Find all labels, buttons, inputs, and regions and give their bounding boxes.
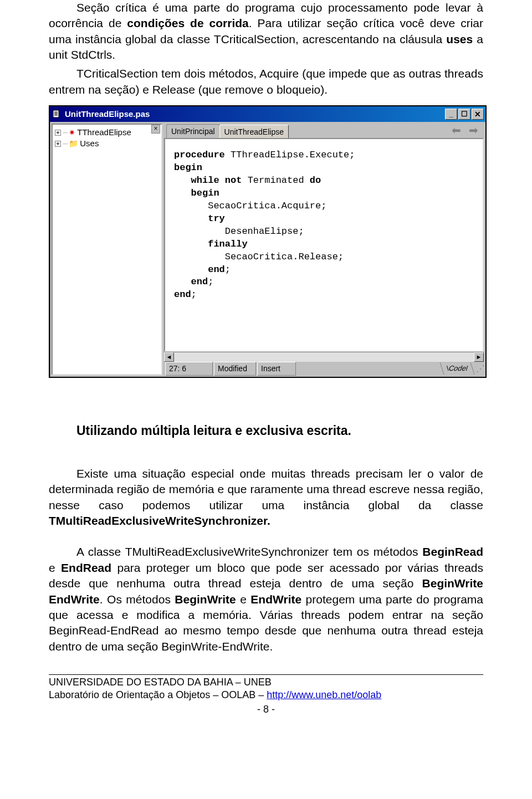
- ide-body: × + ···· ✷ TThreadElipse + ···· 📁 Uses U…: [50, 122, 485, 377]
- kw: begin: [174, 162, 202, 173]
- scrollbar-horizontal[interactable]: ◄ ►: [164, 352, 484, 362]
- scroll-left-button[interactable]: ◄: [164, 352, 174, 362]
- paragraph-1: Seção crítica é uma parte do programa cu…: [49, 0, 483, 63]
- resize-grip-icon[interactable]: ⋰: [476, 363, 483, 375]
- tree-connector: ····: [63, 129, 67, 137]
- kw: finally: [174, 239, 248, 249]
- code-text: SecaoCritica.Acquire;: [174, 201, 326, 211]
- code-text: TThreadElipse.Execute;: [225, 150, 355, 160]
- expand-icon[interactable]: +: [55, 141, 61, 147]
- code-editor[interactable]: procedure TThreadElipse.Execute; begin w…: [164, 138, 484, 352]
- status-modified: Modified: [214, 362, 256, 376]
- tab-bar: UnitPrincipal UnitThreadElipse ⬅ ➡: [164, 124, 484, 138]
- kw: end: [191, 276, 208, 287]
- maximize-button[interactable]: ☐: [458, 109, 470, 120]
- text: TCriticalSection tem dois métodos, Acqui…: [49, 67, 483, 95]
- heading-multiple-read: Utilizando múltipla leitura e exclusiva …: [49, 422, 483, 439]
- text: A classe TMultiReadExclusiveWriteSynchro…: [76, 545, 422, 558]
- text: Existe uma situação especial onde muitas…: [49, 467, 483, 511]
- close-button[interactable]: ✕: [472, 109, 484, 120]
- tree-label: Uses: [80, 138, 99, 149]
- footer-line-1: UNIVERSIDADE DO ESTADO DA BAHIA – UNEB: [49, 676, 483, 689]
- text: e: [236, 593, 251, 606]
- kw: end: [174, 289, 191, 300]
- file-icon: [52, 109, 62, 119]
- tab-unitprincipal[interactable]: UnitPrincipal: [166, 124, 220, 138]
- text: . Os métodos: [100, 593, 175, 606]
- tree-label: TThreadElipse: [77, 127, 131, 138]
- text-bold: condições de corrida: [127, 17, 248, 29]
- class-icon: ✷: [69, 127, 75, 138]
- ide-title: UnitThreadElipse.pas: [65, 109, 445, 120]
- paragraph-4: A classe TMultiReadExclusiveWriteSynchro…: [49, 544, 483, 654]
- kw: begin: [174, 188, 219, 198]
- kw: do: [310, 175, 321, 186]
- page-number: - 8 -: [49, 703, 483, 716]
- paragraph-3: Existe uma situação especial onde muitas…: [49, 466, 483, 529]
- nav-back-icon[interactable]: ⬅: [452, 123, 461, 138]
- tab-nav: ⬅ ➡: [452, 123, 484, 138]
- text-bold: EndWrite: [250, 593, 301, 606]
- view-tab-code[interactable]: \Code/: [439, 362, 474, 375]
- code-text: ;: [208, 276, 213, 287]
- kw: while not: [191, 175, 242, 186]
- kw: try: [174, 213, 225, 224]
- text: Laboratório de Orientação a Objetos – OO…: [49, 689, 267, 700]
- tree-connector: ····: [63, 140, 67, 148]
- text-bold: BeginRead: [422, 545, 483, 558]
- code-text: ;: [225, 264, 231, 275]
- text-bold: uses: [446, 33, 473, 45]
- code-text: Terminated: [242, 175, 309, 186]
- code-text: SecaoCritica.Release;: [174, 252, 344, 262]
- code-text: DesenhaElipse;: [174, 226, 304, 237]
- tree-item[interactable]: + ···· 📁 Uses: [54, 138, 160, 149]
- editor-area: UnitPrincipal UnitThreadElipse ⬅ ➡ proce…: [164, 124, 484, 375]
- text: e: [49, 561, 61, 574]
- expand-icon[interactable]: +: [55, 130, 61, 136]
- footer-line-2: Laboratório de Orientação a Objetos – OO…: [49, 689, 483, 701]
- code-text: [174, 264, 208, 275]
- ide-window: UnitThreadElipse.pas _ ☐ ✕ × + ···· ✷ TT…: [49, 105, 487, 378]
- status-bar: 27: 6 Modified Insert \Code/ ⋰: [164, 362, 484, 375]
- nav-forward-icon[interactable]: ➡: [469, 123, 478, 138]
- text-bold: BeginWrite: [175, 593, 236, 606]
- status-position: 27: 6: [165, 362, 213, 376]
- footer-link[interactable]: http://www.uneb.net/oolab: [267, 689, 381, 700]
- text: para proteger um bloco que pode ser aces…: [49, 561, 483, 590]
- tab-unitthreadelipse[interactable]: UnitThreadElipse: [219, 125, 289, 139]
- folder-icon: 📁: [69, 139, 78, 149]
- text-bold: TMultiReadExclusiveWriteSynchronizer.: [49, 514, 270, 527]
- status-insert: Insert: [257, 362, 296, 376]
- paragraph-2: TCriticalSection tem dois métodos, Acqui…: [49, 66, 483, 98]
- kw: end: [208, 264, 225, 275]
- ide-titlebar[interactable]: UnitThreadElipse.pas _ ☐ ✕: [50, 106, 485, 122]
- text-bold: EndRead: [61, 561, 111, 574]
- footer: UNIVERSIDADE DO ESTADO DA BAHIA – UNEB L…: [49, 674, 483, 716]
- minimize-button[interactable]: _: [445, 109, 457, 120]
- code-explorer[interactable]: × + ···· ✷ TThreadElipse + ···· 📁 Uses: [52, 124, 162, 375]
- tree-item[interactable]: + ···· ✷ TThreadElipse: [54, 127, 160, 138]
- panel-close-icon[interactable]: ×: [151, 125, 160, 134]
- scroll-track[interactable]: [174, 352, 474, 362]
- code-text: [174, 276, 191, 287]
- scroll-right-button[interactable]: ►: [474, 352, 484, 362]
- tab-label: Code: [447, 363, 467, 373]
- code-text: [174, 175, 191, 186]
- code-text: ;: [191, 289, 197, 300]
- kw: procedure: [174, 150, 225, 160]
- window-buttons: _ ☐ ✕: [445, 109, 484, 120]
